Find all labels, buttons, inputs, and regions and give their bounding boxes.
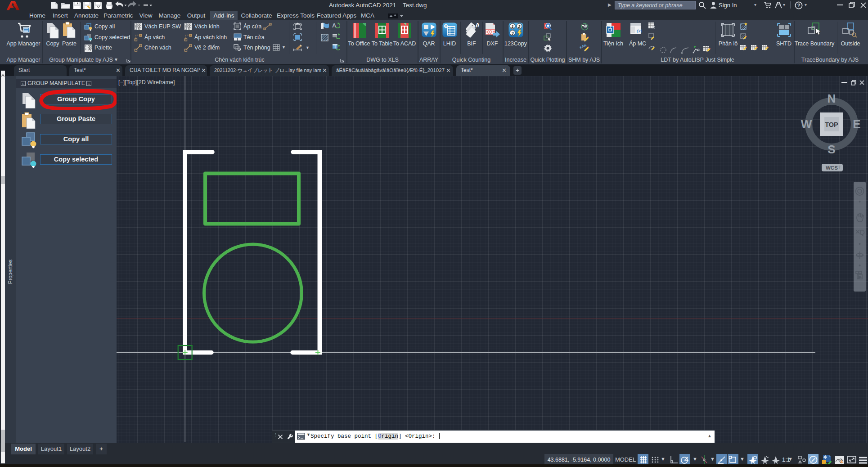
- svg-text:G: G: [88, 82, 90, 85]
- svg-text:1: 1: [511, 24, 513, 29]
- svg-text:(x): (x): [637, 28, 643, 34]
- svg-text:WCS: WCS: [826, 165, 838, 171]
- svg-text:TOP: TOP: [825, 121, 838, 128]
- svg-text:G: G: [22, 82, 24, 85]
- svg-text:S: S: [828, 143, 835, 156]
- svg-text:N: N: [828, 92, 836, 105]
- svg-text:W: W: [801, 117, 812, 131]
- svg-text:3: 3: [511, 31, 513, 36]
- svg-text:A: A: [332, 22, 337, 29]
- svg-text:E: E: [853, 117, 860, 131]
- svg-text:?: ?: [797, 3, 801, 8]
- svg-text:A: A: [475, 22, 479, 29]
- svg-text:2: 2: [517, 24, 520, 29]
